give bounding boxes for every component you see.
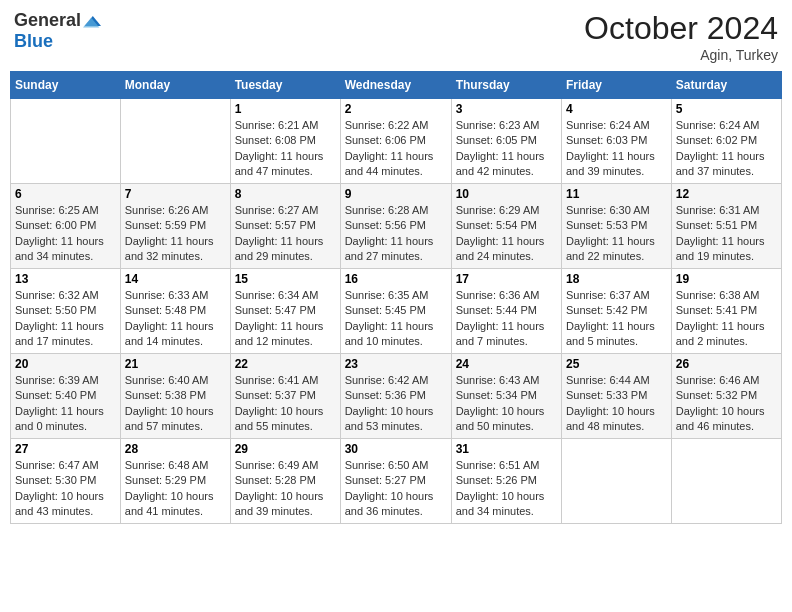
day-number: 2 <box>345 102 447 116</box>
calendar-cell: 22Sunrise: 6:41 AMSunset: 5:37 PMDayligh… <box>230 354 340 439</box>
day-number: 23 <box>345 357 447 371</box>
sunset-text: Sunset: 5:27 PM <box>345 474 426 486</box>
sunset-text: Sunset: 6:03 PM <box>566 134 647 146</box>
header-monday: Monday <box>120 72 230 99</box>
day-number: 12 <box>676 187 777 201</box>
day-number: 5 <box>676 102 777 116</box>
cell-info: Sunrise: 6:21 AMSunset: 6:08 PMDaylight:… <box>235 118 336 180</box>
sunrise-text: Sunrise: 6:28 AM <box>345 204 429 216</box>
sunrise-text: Sunrise: 6:21 AM <box>235 119 319 131</box>
week-row-2: 6Sunrise: 6:25 AMSunset: 6:00 PMDaylight… <box>11 184 782 269</box>
calendar-cell <box>120 99 230 184</box>
daylight-text: Daylight: 11 hours and 39 minutes. <box>566 150 655 177</box>
sunrise-text: Sunrise: 6:38 AM <box>676 289 760 301</box>
cell-info: Sunrise: 6:30 AMSunset: 5:53 PMDaylight:… <box>566 203 667 265</box>
sunset-text: Sunset: 5:28 PM <box>235 474 316 486</box>
sunrise-text: Sunrise: 6:30 AM <box>566 204 650 216</box>
daylight-text: Daylight: 11 hours and 14 minutes. <box>125 320 214 347</box>
calendar-cell: 20Sunrise: 6:39 AMSunset: 5:40 PMDayligh… <box>11 354 121 439</box>
daylight-text: Daylight: 10 hours and 46 minutes. <box>676 405 765 432</box>
daylight-text: Daylight: 11 hours and 32 minutes. <box>125 235 214 262</box>
calendar-cell: 15Sunrise: 6:34 AMSunset: 5:47 PMDayligh… <box>230 269 340 354</box>
cell-info: Sunrise: 6:34 AMSunset: 5:47 PMDaylight:… <box>235 288 336 350</box>
sunrise-text: Sunrise: 6:27 AM <box>235 204 319 216</box>
daylight-text: Daylight: 10 hours and 50 minutes. <box>456 405 545 432</box>
calendar-cell: 9Sunrise: 6:28 AMSunset: 5:56 PMDaylight… <box>340 184 451 269</box>
cell-info: Sunrise: 6:49 AMSunset: 5:28 PMDaylight:… <box>235 458 336 520</box>
calendar-cell: 14Sunrise: 6:33 AMSunset: 5:48 PMDayligh… <box>120 269 230 354</box>
sunset-text: Sunset: 5:56 PM <box>345 219 426 231</box>
daylight-text: Daylight: 11 hours and 47 minutes. <box>235 150 324 177</box>
sunset-text: Sunset: 5:53 PM <box>566 219 647 231</box>
day-number: 14 <box>125 272 226 286</box>
sunrise-text: Sunrise: 6:48 AM <box>125 459 209 471</box>
sunset-text: Sunset: 5:36 PM <box>345 389 426 401</box>
sunset-text: Sunset: 6:08 PM <box>235 134 316 146</box>
calendar-table: SundayMondayTuesdayWednesdayThursdayFrid… <box>10 71 782 524</box>
sunrise-text: Sunrise: 6:43 AM <box>456 374 540 386</box>
sunset-text: Sunset: 5:51 PM <box>676 219 757 231</box>
day-number: 20 <box>15 357 116 371</box>
daylight-text: Daylight: 10 hours and 36 minutes. <box>345 490 434 517</box>
daylight-text: Daylight: 11 hours and 42 minutes. <box>456 150 545 177</box>
day-number: 8 <box>235 187 336 201</box>
cell-info: Sunrise: 6:27 AMSunset: 5:57 PMDaylight:… <box>235 203 336 265</box>
cell-info: Sunrise: 6:48 AMSunset: 5:29 PMDaylight:… <box>125 458 226 520</box>
page-header: General Blue October 2024 Agin, Turkey <box>10 10 782 63</box>
calendar-cell: 28Sunrise: 6:48 AMSunset: 5:29 PMDayligh… <box>120 439 230 524</box>
sunset-text: Sunset: 5:29 PM <box>125 474 206 486</box>
header-saturday: Saturday <box>671 72 781 99</box>
sunset-text: Sunset: 5:48 PM <box>125 304 206 316</box>
daylight-text: Daylight: 11 hours and 0 minutes. <box>15 405 104 432</box>
daylight-text: Daylight: 10 hours and 43 minutes. <box>15 490 104 517</box>
calendar-cell: 3Sunrise: 6:23 AMSunset: 6:05 PMDaylight… <box>451 99 561 184</box>
sunset-text: Sunset: 5:32 PM <box>676 389 757 401</box>
sunset-text: Sunset: 6:02 PM <box>676 134 757 146</box>
sunrise-text: Sunrise: 6:40 AM <box>125 374 209 386</box>
day-number: 19 <box>676 272 777 286</box>
day-number: 31 <box>456 442 557 456</box>
header-tuesday: Tuesday <box>230 72 340 99</box>
day-number: 9 <box>345 187 447 201</box>
sunrise-text: Sunrise: 6:34 AM <box>235 289 319 301</box>
cell-info: Sunrise: 6:47 AMSunset: 5:30 PMDaylight:… <box>15 458 116 520</box>
calendar-cell: 16Sunrise: 6:35 AMSunset: 5:45 PMDayligh… <box>340 269 451 354</box>
sunrise-text: Sunrise: 6:49 AM <box>235 459 319 471</box>
day-number: 27 <box>15 442 116 456</box>
cell-info: Sunrise: 6:36 AMSunset: 5:44 PMDaylight:… <box>456 288 557 350</box>
day-number: 3 <box>456 102 557 116</box>
day-number: 24 <box>456 357 557 371</box>
calendar-cell: 26Sunrise: 6:46 AMSunset: 5:32 PMDayligh… <box>671 354 781 439</box>
sunset-text: Sunset: 5:54 PM <box>456 219 537 231</box>
calendar-cell: 1Sunrise: 6:21 AMSunset: 6:08 PMDaylight… <box>230 99 340 184</box>
sunrise-text: Sunrise: 6:47 AM <box>15 459 99 471</box>
calendar-cell: 2Sunrise: 6:22 AMSunset: 6:06 PMDaylight… <box>340 99 451 184</box>
sunset-text: Sunset: 5:45 PM <box>345 304 426 316</box>
calendar-cell <box>11 99 121 184</box>
calendar-cell: 18Sunrise: 6:37 AMSunset: 5:42 PMDayligh… <box>562 269 672 354</box>
daylight-text: Daylight: 11 hours and 37 minutes. <box>676 150 765 177</box>
calendar-cell: 10Sunrise: 6:29 AMSunset: 5:54 PMDayligh… <box>451 184 561 269</box>
calendar-cell: 27Sunrise: 6:47 AMSunset: 5:30 PMDayligh… <box>11 439 121 524</box>
day-number: 11 <box>566 187 667 201</box>
cell-info: Sunrise: 6:23 AMSunset: 6:05 PMDaylight:… <box>456 118 557 180</box>
sunrise-text: Sunrise: 6:50 AM <box>345 459 429 471</box>
calendar-cell: 13Sunrise: 6:32 AMSunset: 5:50 PMDayligh… <box>11 269 121 354</box>
header-wednesday: Wednesday <box>340 72 451 99</box>
cell-info: Sunrise: 6:37 AMSunset: 5:42 PMDaylight:… <box>566 288 667 350</box>
header-friday: Friday <box>562 72 672 99</box>
day-number: 22 <box>235 357 336 371</box>
day-number: 15 <box>235 272 336 286</box>
calendar-cell: 30Sunrise: 6:50 AMSunset: 5:27 PMDayligh… <box>340 439 451 524</box>
day-number: 26 <box>676 357 777 371</box>
day-number: 6 <box>15 187 116 201</box>
sunrise-text: Sunrise: 6:36 AM <box>456 289 540 301</box>
sunset-text: Sunset: 5:40 PM <box>15 389 96 401</box>
day-number: 4 <box>566 102 667 116</box>
header-sunday: Sunday <box>11 72 121 99</box>
daylight-text: Daylight: 11 hours and 5 minutes. <box>566 320 655 347</box>
title-area: October 2024 Agin, Turkey <box>584 10 778 63</box>
sunset-text: Sunset: 5:26 PM <box>456 474 537 486</box>
sunrise-text: Sunrise: 6:31 AM <box>676 204 760 216</box>
logo-general-text: General <box>14 10 81 31</box>
